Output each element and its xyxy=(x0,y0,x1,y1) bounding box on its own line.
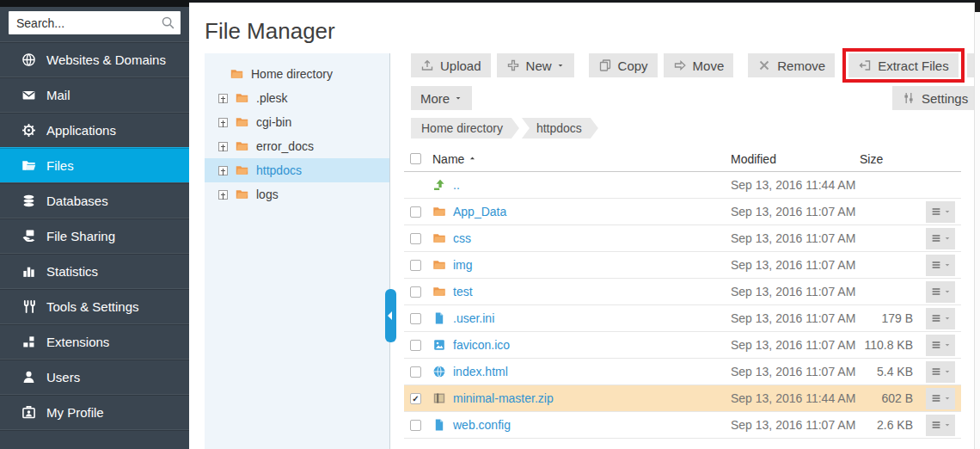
row-checkbox[interactable] xyxy=(410,233,421,244)
more-button[interactable]: More xyxy=(411,86,472,110)
mail-icon xyxy=(21,88,36,102)
upload-button[interactable]: Upload xyxy=(411,53,491,77)
row-menu-button[interactable] xyxy=(926,228,955,249)
new-button[interactable]: New xyxy=(497,53,574,77)
chevron-down-icon xyxy=(944,208,951,215)
file-link[interactable]: web.config xyxy=(453,418,511,432)
sidebar-item-mail[interactable]: Mail xyxy=(0,77,189,112)
scrollbar-thumb[interactable] xyxy=(975,3,980,12)
database-icon xyxy=(21,194,36,208)
table-row-img: imgSep 13, 2016 11:07 AM xyxy=(404,252,961,279)
expand-icon[interactable] xyxy=(218,94,228,103)
row-menu-button[interactable] xyxy=(926,335,955,356)
menu-icon xyxy=(930,286,942,298)
tree-item-logs[interactable]: logs xyxy=(205,182,389,206)
globe-icon xyxy=(21,52,36,67)
folder-open-icon xyxy=(21,158,36,173)
tree-item-error-docs[interactable]: error_docs xyxy=(205,134,389,158)
row-menu-button[interactable] xyxy=(926,201,955,223)
zip-file-icon xyxy=(432,391,446,405)
sidebar-item-file-sharing[interactable]: File Sharing xyxy=(0,218,189,253)
user-icon xyxy=(21,370,36,384)
sidebar-item-tools-settings[interactable]: Tools & Settings xyxy=(0,288,189,323)
search-input[interactable] xyxy=(9,11,181,34)
file-table: Name Modified Size ..Sep 13, 2016 11:44 … xyxy=(404,146,961,439)
expand-icon[interactable] xyxy=(218,190,228,200)
row-checkbox[interactable] xyxy=(410,366,421,378)
row-checkbox[interactable] xyxy=(410,313,421,324)
row-checkbox[interactable] xyxy=(410,420,421,431)
move-button[interactable]: Move xyxy=(664,53,734,77)
row-checkbox[interactable] xyxy=(410,260,421,271)
settings-button[interactable]: Settings xyxy=(892,86,977,110)
expand-icon[interactable] xyxy=(218,142,228,151)
sidebar-item-files[interactable]: Files xyxy=(0,147,189,182)
folder-icon xyxy=(432,285,446,298)
copy-button[interactable]: Copy xyxy=(589,53,658,77)
breadcrumb-item-httpdocs[interactable]: httpdocs xyxy=(522,118,598,138)
row-checkbox-checked[interactable]: ✓ xyxy=(410,393,421,404)
file-link[interactable]: img xyxy=(453,258,473,272)
file-link[interactable]: .. xyxy=(453,178,460,192)
file-link[interactable]: favicon.ico xyxy=(453,338,510,352)
chevron-down-icon xyxy=(944,315,951,322)
sidebar-item-statistics[interactable]: Statistics xyxy=(0,253,189,288)
extract-files-button[interactable]: Extract Files xyxy=(848,53,959,77)
menu-icon xyxy=(930,366,942,378)
row-menu-button[interactable] xyxy=(926,388,955,409)
file-link[interactable]: css xyxy=(453,231,471,245)
sidebar-item-label: Tools & Settings xyxy=(46,299,139,314)
sidebar-footer xyxy=(0,429,189,449)
column-header-size[interactable]: Size xyxy=(860,152,920,166)
file-toolbar: UploadNewCopyMoveRemoveExtract FilesAdd … xyxy=(411,53,980,77)
tree-collapse-handle[interactable] xyxy=(385,289,396,342)
file-link[interactable]: test xyxy=(453,285,473,298)
breadcrumb-item-home-directory[interactable]: Home directory xyxy=(411,118,519,138)
menu-icon xyxy=(930,419,942,431)
sidebar-item-extensions[interactable]: Extensions xyxy=(0,323,189,359)
row-checkbox[interactable] xyxy=(410,340,421,351)
sidebar-item-databases[interactable]: Databases xyxy=(0,182,189,218)
expand-icon[interactable] xyxy=(218,166,228,175)
sort-asc-icon xyxy=(469,155,476,163)
expand-icon[interactable] xyxy=(218,118,228,127)
file-link[interactable]: minimal-master.zip xyxy=(453,391,554,405)
remove-button[interactable]: Remove xyxy=(748,53,835,77)
extensions-icon xyxy=(21,335,36,349)
row-checkbox[interactable] xyxy=(410,286,421,298)
tree-item-home-directory[interactable]: Home directory xyxy=(205,62,389,86)
row-menu-button[interactable] xyxy=(926,415,955,436)
folder-icon xyxy=(234,163,250,177)
file-link[interactable]: .user.ini xyxy=(453,311,494,325)
menu-icon xyxy=(930,206,942,218)
select-all-checkbox[interactable] xyxy=(410,153,421,164)
row-checkbox[interactable] xyxy=(410,206,421,218)
row-menu-button[interactable] xyxy=(926,361,955,383)
table-row-minimal-master-zip: ✓minimal-master.zipSep 13, 2016 11:44 AM… xyxy=(404,385,961,412)
tree-item-cgi-bin[interactable]: cgi-bin xyxy=(205,110,389,134)
row-menu-button[interactable] xyxy=(926,281,955,303)
tree-item-plesk[interactable]: .plesk xyxy=(205,86,389,110)
sidebar-item-websites-domains[interactable]: Websites & Domains xyxy=(0,41,189,77)
upload-icon xyxy=(420,58,434,72)
button-label: Copy xyxy=(618,58,648,73)
settings-icon xyxy=(902,91,916,105)
file-link[interactable]: App_Data xyxy=(453,205,506,218)
file-icon xyxy=(432,418,446,432)
sidebar-item-users[interactable]: Users xyxy=(0,359,189,394)
file-link[interactable]: index.html xyxy=(453,365,508,378)
column-header-modified[interactable]: Modified xyxy=(731,152,860,166)
row-menu-button[interactable] xyxy=(926,255,955,276)
chevron-down-icon xyxy=(944,261,951,268)
file-size: 5.4 KB xyxy=(860,365,920,378)
modified-date: Sep 13, 2016 11:44 AM xyxy=(731,178,860,192)
sidebar-item-applications[interactable]: Applications xyxy=(0,112,189,147)
file-size: 602 B xyxy=(860,391,920,405)
scrollbar[interactable] xyxy=(974,3,980,449)
tree-item-httpdocs[interactable]: httpdocs xyxy=(205,158,389,182)
sidebar-item-my-profile[interactable]: My Profile xyxy=(0,394,189,429)
table-row-css: cssSep 13, 2016 11:07 AM xyxy=(404,225,961,252)
column-header-name[interactable]: Name xyxy=(432,152,731,166)
folder-icon xyxy=(432,258,446,272)
row-menu-button[interactable] xyxy=(926,308,955,329)
